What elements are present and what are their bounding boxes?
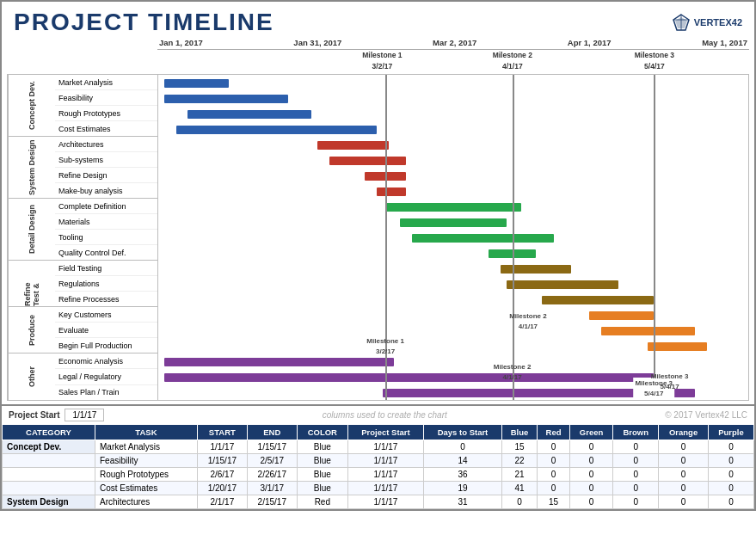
bar-cost-estimates: [176, 126, 377, 134]
td-days: 0: [424, 440, 502, 454]
category-test-refine: Test & Refine: [8, 261, 55, 306]
td-category: [3, 454, 95, 468]
td-start: 1/15/17: [197, 454, 247, 468]
td-brown-val: 0: [613, 454, 659, 468]
bar-field-testing: [501, 265, 571, 274]
task-refine-design: Refine Design: [55, 168, 157, 183]
td-brown-val: 0: [613, 482, 659, 495]
bar-complete-def: [385, 203, 521, 212]
th-red: Red: [538, 425, 570, 440]
th-green: Green: [569, 425, 612, 440]
category-produce: Produce: [8, 307, 55, 353]
task-cost-estimates: Cost Estimates: [55, 121, 157, 136]
td-red-val: 0: [538, 454, 570, 468]
task-market-analysis: Market Analysis: [55, 75, 157, 90]
td-task: Feasibility: [95, 454, 197, 468]
td-start: 1/1/17: [197, 440, 247, 454]
milestone-3-other-label: Milestone 35/4/17: [651, 372, 689, 392]
task-quality-control: Quality Control Def.: [55, 245, 157, 260]
td-blue-val: 15: [501, 440, 537, 454]
bar-sub-systems: [329, 157, 406, 165]
td-color: Blue: [297, 454, 347, 468]
td-color: Blue: [297, 482, 347, 495]
th-start: START: [197, 425, 247, 440]
task-rough-prototypes: Rough Prototypes: [55, 106, 157, 121]
td-start: 2/1/17: [197, 495, 247, 509]
task-tooling: Tooling: [55, 230, 157, 245]
td-orange-val: 0: [659, 454, 709, 468]
table-row: Cost Estimates 1/20/17 3/1/17 Blue 1/1/1…: [3, 482, 754, 495]
task-sub-systems: Sub-systems: [55, 152, 157, 168]
td-end: 3/1/17: [247, 482, 297, 495]
task-economic: Economic Analysis: [55, 353, 157, 369]
project-start-label: Project Start: [9, 410, 59, 420]
td-color: Blue: [297, 468, 347, 482]
table-row: System Design Architectures 2/1/17 2/15/…: [3, 495, 754, 509]
task-evaluate: Evaluate: [55, 323, 157, 338]
gantt-section: Jan 1, 2017 Jan 31, 2017 Mar 2, 2017 Apr…: [2, 38, 754, 403]
milestone-1-chart-label: Milestone 13/2/17: [366, 336, 404, 357]
td-color: Blue: [297, 440, 347, 454]
task-complete-def: Complete Definition: [55, 199, 157, 214]
logo: VERTEX42: [672, 13, 742, 32]
td-blue-val: 22: [501, 454, 537, 468]
td-orange-val: 0: [659, 440, 709, 454]
bar-tooling: [412, 234, 554, 243]
td-category: System Design: [3, 495, 95, 509]
task-regulations: Regulations: [55, 276, 157, 292]
header: PROJECT TIMELINE VERTEX42: [2, 2, 754, 38]
chart-note: columns used to create the chart: [323, 410, 447, 420]
date-label-1: Jan 1, 2017: [159, 38, 203, 47]
td-task: Market Analysis: [95, 440, 197, 454]
table-row: Feasibility 1/15/17 2/5/17 Blue 1/1/17 1…: [3, 454, 754, 468]
td-proj-start: 1/1/17: [347, 468, 423, 482]
td-end: 2/5/17: [247, 454, 297, 468]
task-sales: Sales Plan / Train: [55, 385, 157, 400]
bar-market-analysis: [164, 79, 229, 88]
td-days: 14: [424, 454, 502, 468]
task-key-customers: Key Customers: [55, 307, 157, 323]
td-brown-val: 0: [613, 495, 659, 509]
date-label-5: May 1, 2017: [702, 38, 747, 47]
task-field-testing: Field Testing: [55, 261, 157, 276]
bar-make-buy: [377, 188, 406, 196]
bar-materials: [400, 218, 506, 227]
category-system-design: System Design: [8, 137, 55, 198]
task-begin-full-prod: Begin Full Production: [55, 338, 157, 353]
th-orange: Orange: [659, 425, 709, 440]
data-table: CATEGORY TASK START END COLOR Project St…: [2, 424, 754, 509]
td-proj-start: 1/1/17: [347, 440, 423, 454]
task-architectures: Architectures: [55, 137, 157, 152]
th-end: END: [247, 425, 297, 440]
th-purple: Purple: [708, 425, 753, 440]
td-orange-val: 0: [659, 482, 709, 495]
bar-key-customers: [589, 311, 654, 320]
td-end: 2/15/17: [247, 495, 297, 509]
td-purple-val: 0: [708, 482, 753, 495]
td-start: 1/20/17: [197, 482, 247, 495]
bar-refine-processes: [542, 296, 654, 304]
td-days: 19: [424, 482, 502, 495]
th-days-start: Days to Start: [424, 425, 502, 440]
table-row: Rough Prototypes 2/6/17 2/26/17 Blue 1/1…: [3, 468, 754, 482]
task-feasibility: Feasibility: [55, 90, 157, 106]
td-proj-start: 1/1/17: [347, 454, 423, 468]
milestone-2-label: Milestone 24/1/17: [493, 50, 532, 72]
td-red-val: 0: [538, 440, 570, 454]
th-category: CATEGORY: [3, 425, 95, 440]
copyright: © 2017 Vertex42 LLC: [665, 410, 747, 420]
project-start-value: 1/1/17: [65, 409, 104, 421]
td-blue-val: 21: [501, 468, 537, 482]
td-category: Concept Dev.: [3, 440, 95, 454]
td-task: Cost Estimates: [95, 482, 197, 495]
td-green-val: 0: [569, 468, 612, 482]
td-purple-val: 0: [708, 468, 753, 482]
date-label-4: Apr 1, 2017: [568, 38, 612, 47]
bar-begin-full-prod: [648, 342, 707, 351]
th-proj-start: Project Start: [347, 425, 423, 440]
task-refine-processes: Refine Processes: [55, 292, 157, 306]
td-category: [3, 482, 95, 495]
td-green-val: 0: [569, 482, 612, 495]
category-detail-design: Detail Design: [8, 199, 55, 260]
th-brown: Brown: [613, 425, 659, 440]
